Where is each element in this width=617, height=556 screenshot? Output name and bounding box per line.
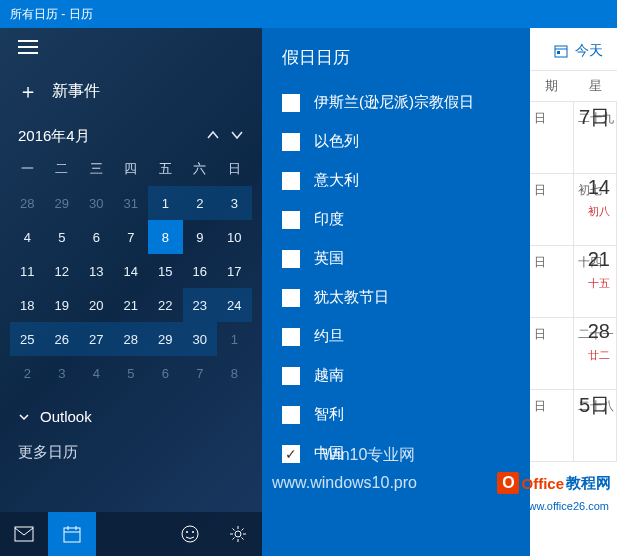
calendar-day[interactable]: 27: [79, 322, 114, 356]
today-icon: [553, 43, 569, 59]
checkbox[interactable]: ✓: [282, 445, 300, 463]
mail-icon[interactable]: [0, 512, 48, 556]
calendar-day[interactable]: 29: [45, 186, 80, 220]
svg-rect-1: [64, 528, 80, 542]
calendar-day[interactable]: 30: [79, 186, 114, 220]
calendar-day[interactable]: 21: [114, 288, 149, 322]
calendar-day[interactable]: 26: [45, 322, 80, 356]
checkbox[interactable]: [282, 133, 300, 151]
calendar-day[interactable]: 28: [114, 322, 149, 356]
more-calendars-button[interactable]: 更多日历: [0, 433, 262, 472]
calendar-day[interactable]: 12: [45, 254, 80, 288]
calendar-day[interactable]: 3: [45, 356, 80, 390]
calendar-day[interactable]: 11: [10, 254, 45, 288]
dow-cell: 四: [114, 152, 149, 186]
dow-cell: 三: [79, 152, 114, 186]
calendar-day[interactable]: 2: [10, 356, 45, 390]
chevron-down-icon: [18, 411, 30, 423]
calendar-day[interactable]: 1: [217, 322, 252, 356]
dow-cell: 一: [10, 152, 45, 186]
outlook-section[interactable]: Outlook: [0, 390, 262, 433]
outlook-label: Outlook: [40, 408, 92, 425]
new-event-button[interactable]: ＋ 新事件: [0, 64, 262, 119]
calendar-day[interactable]: 6: [79, 220, 114, 254]
svg-rect-9: [555, 46, 567, 57]
holiday-item[interactable]: 以色列: [262, 122, 530, 161]
holiday-item[interactable]: 印度: [262, 200, 530, 239]
holiday-item[interactable]: 越南: [262, 356, 530, 395]
holiday-item[interactable]: 伊斯兰(逊尼派)宗教假日: [262, 83, 530, 122]
calendar-day[interactable]: 24: [217, 288, 252, 322]
calendar-day[interactable]: 23: [183, 288, 218, 322]
calendar-day[interactable]: 8: [217, 356, 252, 390]
holiday-item[interactable]: 约旦: [262, 317, 530, 356]
holiday-item[interactable]: 英国: [262, 239, 530, 278]
dow-cell: 二: [45, 152, 80, 186]
calendar-day[interactable]: 7: [183, 356, 218, 390]
calendar-cell[interactable]: 二十一28廿二: [574, 318, 618, 389]
checkbox[interactable]: [282, 328, 300, 346]
calendar-day[interactable]: 22: [148, 288, 183, 322]
holiday-item[interactable]: ✓中国: [262, 434, 530, 473]
calendar-day[interactable]: 13: [79, 254, 114, 288]
checkbox[interactable]: [282, 94, 300, 112]
calendar-day[interactable]: 25: [10, 322, 45, 356]
calendar-cell[interactable]: 日: [530, 174, 574, 245]
panel-title: 假日日历: [262, 42, 530, 83]
calendar-day[interactable]: 15: [148, 254, 183, 288]
calendar-cell[interactable]: 日: [530, 246, 574, 317]
sidebar: ＋ 新事件 2016年4月 一二三四五六日 282930311234567891…: [0, 28, 262, 556]
holiday-label: 智利: [314, 405, 344, 424]
calendar-day[interactable]: 4: [79, 356, 114, 390]
svg-rect-0: [15, 527, 33, 541]
svg-point-8: [235, 531, 241, 537]
calendar-day[interactable]: 17: [217, 254, 252, 288]
calendar-day[interactable]: 16: [183, 254, 218, 288]
calendar-day[interactable]: 1: [148, 186, 183, 220]
calendar-day[interactable]: 18: [10, 288, 45, 322]
calendar-day[interactable]: 31: [114, 186, 149, 220]
checkbox[interactable]: [282, 172, 300, 190]
calendar-day[interactable]: 6: [148, 356, 183, 390]
calendar-day[interactable]: 9: [183, 220, 218, 254]
calendar-cell[interactable]: 二十八5日: [574, 390, 618, 461]
calendar-day[interactable]: 28: [10, 186, 45, 220]
holiday-panel: 假日日历 伊斯兰(逊尼派)宗教假日以色列意大利印度英国犹太教节日约旦越南智利✓中…: [262, 28, 530, 556]
checkbox[interactable]: [282, 289, 300, 307]
checkbox[interactable]: [282, 367, 300, 385]
holiday-item[interactable]: 意大利: [262, 161, 530, 200]
calendar-cell[interactable]: 初七14初八: [574, 174, 618, 245]
calendar-day[interactable]: 29: [148, 322, 183, 356]
calendar-icon[interactable]: [48, 512, 96, 556]
calendar-cell[interactable]: 日: [530, 318, 574, 389]
settings-icon[interactable]: [214, 512, 262, 556]
calendar-day[interactable]: 14: [114, 254, 149, 288]
prev-month-icon[interactable]: [206, 128, 220, 145]
month-label: 2016年4月: [18, 127, 90, 146]
calendar-day[interactable]: 2: [183, 186, 218, 220]
feedback-icon[interactable]: [166, 512, 214, 556]
calendar-row: 日二十九7日: [530, 102, 617, 174]
calendar-cell[interactable]: 十四21十五: [574, 246, 618, 317]
checkbox[interactable]: [282, 211, 300, 229]
calendar-cell[interactable]: 二十九7日: [574, 102, 618, 173]
calendar-day[interactable]: 10: [217, 220, 252, 254]
holiday-item[interactable]: 犹太教节日: [262, 278, 530, 317]
calendar-cell[interactable]: 日: [530, 390, 574, 461]
today-button[interactable]: 今天: [530, 28, 617, 70]
calendar-day[interactable]: 30: [183, 322, 218, 356]
calendar-day[interactable]: 5: [114, 356, 149, 390]
calendar-day[interactable]: 4: [10, 220, 45, 254]
calendar-day[interactable]: 20: [79, 288, 114, 322]
holiday-item[interactable]: 智利: [262, 395, 530, 434]
calendar-day[interactable]: 3: [217, 186, 252, 220]
calendar-cell[interactable]: 日: [530, 102, 574, 173]
calendar-day[interactable]: 19: [45, 288, 80, 322]
checkbox[interactable]: [282, 250, 300, 268]
checkbox[interactable]: [282, 406, 300, 424]
calendar-day[interactable]: 7: [114, 220, 149, 254]
hamburger-icon[interactable]: [18, 40, 38, 54]
calendar-day[interactable]: 8: [148, 220, 183, 254]
calendar-day[interactable]: 5: [45, 220, 80, 254]
next-month-icon[interactable]: [230, 128, 244, 145]
